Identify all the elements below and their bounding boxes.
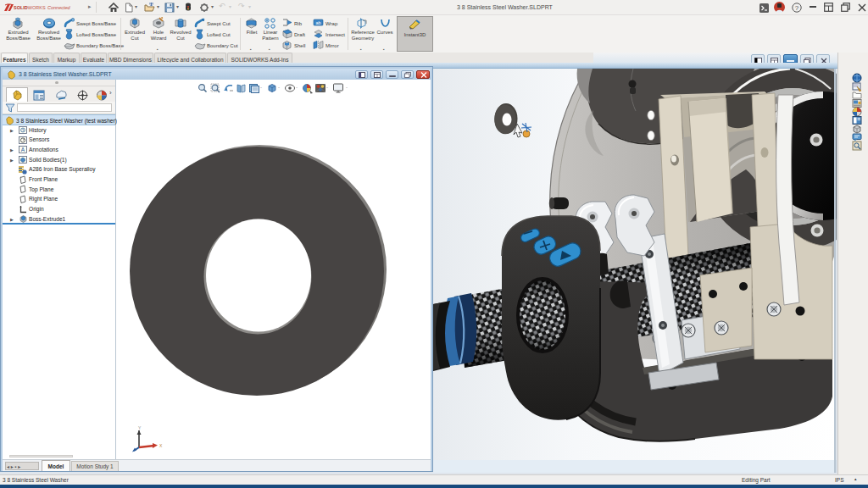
svg-text:X: X bbox=[159, 443, 163, 448]
svg-text:ab: ab bbox=[315, 20, 320, 25]
svg-text:Y: Y bbox=[138, 425, 142, 430]
svg-text:?: ? bbox=[795, 3, 799, 11]
svg-text:A: A bbox=[21, 147, 25, 152]
